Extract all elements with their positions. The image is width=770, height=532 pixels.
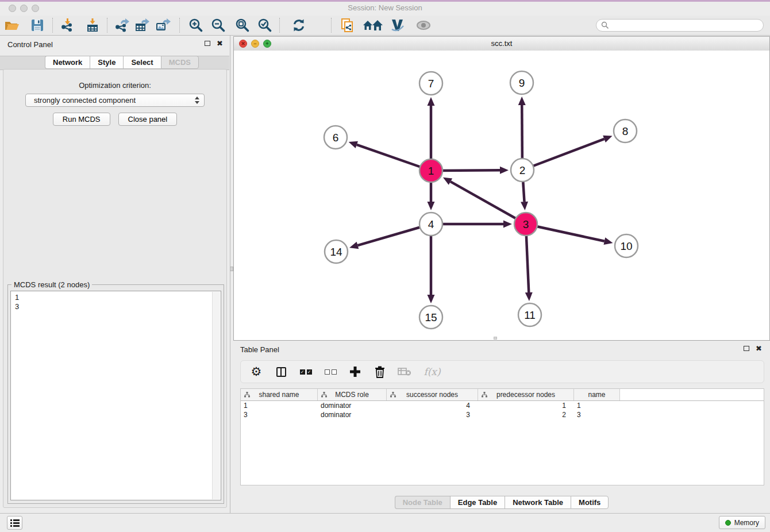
network-close-button[interactable]: ✕	[239, 40, 247, 48]
table-cell[interactable]: 1	[574, 401, 620, 410]
clone-network-button[interactable]	[339, 17, 356, 33]
toolbar-separator	[331, 18, 332, 33]
graph-edge-2-8[interactable]	[522, 139, 605, 170]
memory-status-icon	[725, 520, 731, 526]
float-panel-icon[interactable]	[205, 41, 210, 46]
tab-network[interactable]: Network	[45, 56, 90, 69]
deselect-all-button[interactable]	[324, 365, 337, 379]
table-cell[interactable]: 1	[478, 401, 574, 410]
table-cell[interactable]: 2	[478, 410, 574, 419]
zoom-fit-button[interactable]	[234, 17, 251, 33]
run-mcds-button[interactable]: Run MCDS	[53, 113, 110, 126]
export-network-icon	[114, 18, 130, 33]
column-header-name[interactable]: name	[574, 389, 620, 400]
export-image-button[interactable]	[154, 17, 171, 33]
network-minimize-button[interactable]: −	[251, 40, 259, 48]
network-canvas[interactable]: 1234678910111415	[234, 51, 769, 340]
unchecked-box-icon	[325, 369, 330, 375]
delete-table-button[interactable]	[398, 365, 411, 379]
table-header-row: shared nameMCDS rolesuccessor nodesprede…	[241, 389, 764, 401]
tab-node-table[interactable]: Node Table	[395, 496, 450, 509]
refresh-view-button[interactable]	[290, 17, 307, 33]
export-network-button[interactable]	[113, 17, 130, 33]
save-session-button[interactable]	[29, 17, 46, 33]
zoom-window-button[interactable]	[32, 5, 39, 12]
close-table-panel-icon[interactable]: ✖	[756, 344, 762, 353]
hierarchy-sort-icon	[321, 392, 327, 398]
result-scrollbar[interactable]	[212, 292, 220, 499]
table-row[interactable]: 3dominator323	[241, 410, 764, 419]
table-toolbar: ⚙ ✓ ✓	[240, 360, 764, 383]
save-icon	[30, 18, 44, 32]
table-cell[interactable]: 3	[241, 410, 318, 419]
tab-motifs[interactable]: Motifs	[571, 496, 609, 509]
graph-edge-3-1[interactable]	[451, 182, 526, 224]
import-network-button[interactable]	[59, 17, 76, 33]
graph-node-label: 2	[519, 164, 526, 176]
table-row[interactable]: 1dominator411	[241, 401, 764, 410]
import-table-icon	[85, 18, 100, 33]
vizmapper-button[interactable]	[389, 17, 406, 33]
clone-network-icon	[340, 18, 355, 33]
table-cell[interactable]: 1	[241, 401, 318, 410]
graph-node-label: 15	[425, 311, 437, 323]
search-input[interactable]	[611, 20, 763, 30]
minimize-window-button[interactable]	[20, 5, 28, 12]
home-button[interactable]	[362, 17, 384, 33]
zoom-in-button[interactable]	[187, 17, 205, 33]
mcds-result-textarea[interactable]: 13	[10, 291, 221, 500]
table-cell[interactable]: dominator	[318, 410, 387, 419]
close-panel-button[interactable]: Close panel	[118, 113, 178, 126]
show-columns-button[interactable]	[274, 365, 288, 379]
window-titlebar: Session: New Session	[0, 2, 770, 16]
add-column-button[interactable]	[348, 365, 362, 379]
export-table-icon	[134, 18, 150, 33]
function-builder-button[interactable]: f(x)	[422, 365, 442, 379]
graph-node-label: 3	[523, 218, 529, 230]
zoom-selected-icon	[257, 18, 272, 33]
node-table: shared nameMCDS rolesuccessor nodesprede…	[240, 388, 764, 485]
hierarchy-sort-icon	[244, 392, 250, 398]
column-header-MCDS-role[interactable]: MCDS role	[318, 389, 387, 400]
tab-style[interactable]: Style	[90, 56, 123, 69]
float-table-panel-icon[interactable]	[744, 346, 749, 351]
tab-network-table[interactable]: Network Table	[505, 496, 571, 509]
column-header-predecessor-nodes[interactable]: predecessor nodes	[478, 389, 574, 400]
export-table-button[interactable]	[133, 17, 151, 33]
table-settings-button[interactable]: ⚙	[249, 365, 263, 379]
zoom-out-button[interactable]	[210, 17, 227, 33]
column-header-label: shared name	[259, 391, 299, 399]
hierarchy-sort-icon	[482, 392, 487, 398]
vizmapper-icon	[390, 18, 406, 33]
close-panel-icon[interactable]: ✖	[217, 39, 223, 48]
table-cell[interactable]: 3	[574, 410, 620, 419]
plus-icon	[349, 366, 361, 377]
column-header-successor-nodes[interactable]: successor nodes	[387, 389, 478, 400]
tab-edge-table[interactable]: Edge Table	[450, 496, 505, 509]
criterion-select[interactable]: strongly connected component	[25, 94, 205, 107]
toolbar-separator	[179, 18, 180, 33]
task-history-button[interactable]	[7, 516, 22, 530]
table-cell[interactable]: dominator	[318, 401, 387, 410]
import-table-button[interactable]	[84, 17, 101, 33]
column-header-shared-name[interactable]: shared name	[241, 389, 318, 400]
export-image-icon	[155, 18, 171, 33]
delete-column-button[interactable]	[373, 365, 387, 379]
show-hide-panels-button[interactable]	[415, 17, 432, 33]
horizontal-splitter-handle[interactable]	[494, 337, 497, 340]
close-window-button[interactable]	[9, 5, 16, 12]
column-header-label: successor nodes	[406, 391, 458, 399]
select-all-button[interactable]: ✓ ✓	[299, 365, 313, 379]
zoom-selected-button[interactable]	[256, 17, 274, 33]
graph-edge-arrowhead	[603, 136, 612, 142]
tab-select[interactable]: Select	[123, 56, 160, 69]
table-cell[interactable]: 3	[387, 410, 478, 419]
tab-mcds[interactable]: MCDS	[161, 56, 199, 69]
network-maximize-button[interactable]: +	[263, 40, 271, 48]
open-file-button[interactable]	[3, 17, 20, 33]
column-header-label: predecessor nodes	[496, 391, 555, 399]
table-cell[interactable]: 4	[387, 401, 478, 410]
table-panel-tabs: Node TableEdge TableNetwork TableMotifs	[233, 496, 770, 509]
graph-node-label: 1	[428, 165, 434, 177]
memory-button[interactable]: Memory	[719, 516, 765, 529]
